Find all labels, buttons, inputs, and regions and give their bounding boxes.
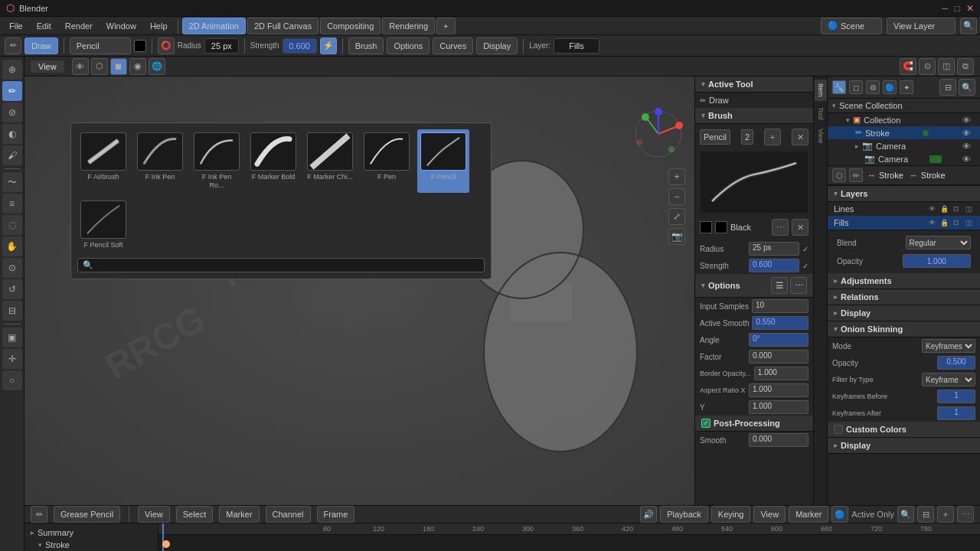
viewport-solid-icon[interactable]: ◼: [110, 58, 127, 75]
brush-item-marker-chi[interactable]: F Marker Chi...: [304, 129, 356, 193]
thickness-tool[interactable]: ≡: [2, 194, 22, 214]
layer-item-fills[interactable]: Fills 👁 🔒 ⊡ ◫: [828, 216, 980, 230]
onion-filter-select[interactable]: Keyframe: [922, 373, 975, 386]
workspace-tab-compositing[interactable]: Compositing: [320, 18, 381, 34]
zoom-in-btn[interactable]: +: [668, 168, 685, 185]
options-expand[interactable]: [701, 282, 705, 289]
draw-mode-btn[interactable]: Draw: [24, 37, 58, 54]
brush-item-marker-bold[interactable]: F Marker Bold: [247, 129, 299, 193]
playback-btn[interactable]: Playback: [660, 506, 708, 523]
color-more-btn[interactable]: ⋯: [772, 219, 789, 236]
circle-tool[interactable]: ○: [2, 370, 22, 390]
stroke-eye-icon[interactable]: 👁: [962, 129, 971, 138]
timeline-frame-btn[interactable]: Frame: [317, 506, 355, 523]
strength-check[interactable]: ✓: [802, 262, 808, 270]
layer-fills-mask-icon[interactable]: ⊡: [951, 217, 962, 228]
navigation-gizmo[interactable]: [632, 107, 685, 161]
fill-tool[interactable]: ◐: [2, 124, 22, 144]
workspace-tab-rendering[interactable]: Rendering: [382, 18, 435, 34]
multiframe-icon[interactable]: ⧉: [957, 58, 974, 75]
aspect-ratio-y-value[interactable]: 1.000: [749, 400, 808, 414]
timeline-search-btn[interactable]: 🔍: [897, 506, 914, 523]
timeline-view-btn[interactable]: View: [138, 506, 170, 523]
workspace-tab-2d-full-canvas[interactable]: 2D Full Canvas: [247, 18, 318, 34]
brush-expand[interactable]: [701, 112, 705, 119]
layer-lines-onion-icon[interactable]: ◫: [963, 204, 974, 214]
stroke-icon-2[interactable]: ✏: [849, 168, 863, 182]
viewport-material-icon[interactable]: ◉: [129, 58, 146, 75]
brush-options-btn[interactable]: Brush: [348, 37, 384, 54]
smooth-tool[interactable]: 〜: [2, 172, 22, 192]
rpanel-modifier-icon[interactable]: ⚙: [866, 80, 880, 94]
timeline-view-btn-r[interactable]: View: [753, 506, 786, 523]
adjustments-expand[interactable]: [834, 277, 838, 285]
mode-icon[interactable]: ✏: [5, 37, 21, 54]
stroke-icon-1[interactable]: ⬡: [832, 168, 846, 182]
strength-input[interactable]: 0.600: [283, 38, 317, 54]
viewport-render-icon[interactable]: 🌐: [149, 58, 165, 75]
menu-window[interactable]: Window: [100, 20, 142, 32]
erase-tool[interactable]: ⊘: [2, 103, 22, 122]
display-btn[interactable]: Display: [476, 37, 518, 54]
timeline-channel-btn[interactable]: Channel: [266, 506, 311, 523]
active-tool-expand[interactable]: [701, 80, 705, 88]
active-smooth-value[interactable]: 0.550: [752, 316, 808, 330]
collection-item-stroke[interactable]: ✏ Stroke 👁: [828, 126, 980, 139]
minimize-btn[interactable]: ─: [942, 3, 949, 14]
collection-item-camera-parent[interactable]: 📷 Camera 👁: [828, 139, 980, 152]
layer-item-lines[interactable]: Lines 👁 🔒 ⊡ ◫: [828, 202, 980, 216]
display-expand[interactable]: [834, 309, 838, 317]
search-collection-icon[interactable]: 🔍: [959, 79, 975, 96]
menu-render[interactable]: Render: [59, 20, 99, 32]
collection-expand[interactable]: [846, 116, 850, 124]
filter-icon[interactable]: ⊟: [939, 79, 956, 96]
timeline-marker-btn-r[interactable]: Marker: [789, 506, 828, 523]
smooth-value[interactable]: 0.000: [749, 433, 808, 447]
workspace-tab-2d-animation[interactable]: 2D Animation: [182, 18, 246, 34]
maximize-btn[interactable]: □: [955, 3, 960, 14]
engine-select[interactable]: 🔵 Scene: [821, 18, 882, 34]
onion-skinning-header[interactable]: Onion Skinning: [828, 321, 980, 337]
onion-display-expand[interactable]: [834, 442, 838, 449]
brush-item-pencil[interactable]: F Pencil: [417, 129, 469, 193]
color-x-btn[interactable]: ✕: [792, 219, 808, 236]
timeline-options-btn[interactable]: ⋯: [957, 506, 974, 523]
tool-tab[interactable]: Tool: [815, 103, 827, 124]
blend-select[interactable]: Regular: [906, 236, 972, 249]
zoom-extent-btn[interactable]: ⤢: [668, 208, 685, 225]
post-processing-header[interactable]: Post-Processing: [695, 416, 813, 432]
camera-expand[interactable]: [855, 142, 859, 150]
collection-eye-icon[interactable]: 👁: [962, 116, 971, 125]
transform-tool[interactable]: ✛: [2, 349, 22, 369]
layer-fills-onion-icon[interactable]: ◫: [963, 217, 974, 228]
timeline-mode-icon[interactable]: ✏: [31, 506, 47, 523]
viewport-display-icon[interactable]: 👁: [72, 58, 89, 75]
timeline-select-btn[interactable]: Select: [176, 506, 214, 523]
viewport-tab-view[interactable]: View: [31, 60, 64, 73]
strength-tool[interactable]: ◌: [2, 215, 22, 235]
options-btn[interactable]: Options: [387, 37, 430, 54]
options-list-icon[interactable]: ☰: [771, 277, 788, 294]
onion-icon[interactable]: ◫: [938, 58, 955, 75]
onion-opacity-value[interactable]: 0.500: [937, 356, 975, 370]
item-tab[interactable]: Item: [815, 80, 827, 101]
viewport-wireframe-icon[interactable]: ⬡: [91, 58, 108, 75]
radius-input[interactable]: 25 px: [204, 38, 239, 54]
summary-row[interactable]: Summary: [31, 527, 152, 539]
brush-search-bar[interactable]: 🔍: [77, 258, 485, 272]
pinch-tool[interactable]: ⊟: [2, 301, 22, 321]
playback-icon[interactable]: 🔊: [640, 506, 657, 523]
stroke-timeline-row[interactable]: Stroke: [31, 539, 152, 551]
rpanel-scene-icon[interactable]: 🔧: [832, 80, 846, 94]
brush-name-display[interactable]: Pencil: [700, 129, 730, 145]
options-header[interactable]: Options ☰ ⋯: [695, 274, 813, 298]
grab-tool[interactable]: ✋: [2, 236, 22, 256]
active-tool-header[interactable]: Active Tool: [695, 77, 813, 93]
rpanel-particles-icon[interactable]: ✦: [900, 80, 913, 94]
timeline-marker-btn[interactable]: Marker: [219, 506, 259, 523]
timeline-add-btn[interactable]: +: [937, 506, 954, 523]
brush-name-btn[interactable]: Pencil: [70, 37, 131, 54]
timeline-track[interactable]: 60 120 180 240 300 360 420 480 540 600 6…: [158, 523, 980, 551]
brush-item-pen[interactable]: F Pen: [361, 129, 413, 193]
onion-before-value[interactable]: 1: [937, 390, 975, 403]
